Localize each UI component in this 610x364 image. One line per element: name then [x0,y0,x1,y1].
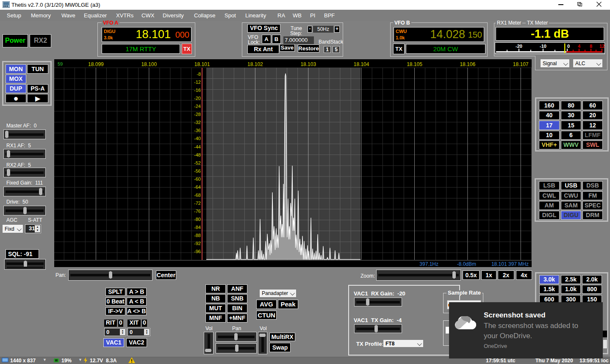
svg-text:18.101: 18.101 [194,61,210,67]
svg-text:8: 8 [590,44,592,49]
svg-text:18.099: 18.099 [88,61,104,67]
svg-text:-20: -20 [516,44,522,49]
svg-text:-76: -76 [194,209,201,214]
svg-text:18.102: 18.102 [247,61,263,67]
svg-text:-64: -64 [194,185,201,190]
svg-text:-20: -20 [194,96,201,101]
svg-text:-8.0dBm: -8.0dBm [457,261,476,267]
svg-text:-28: -28 [194,112,201,117]
svg-text:-56: -56 [194,168,201,174]
svg-text:-68: -68 [194,193,201,198]
svg-text:12: 12 [599,44,604,49]
svg-text:-60: -60 [194,176,201,182]
svg-text:18.104: 18.104 [354,61,369,67]
svg-text:-52: -52 [194,160,201,165]
svg-text:397.1Hz: 397.1Hz [419,261,438,267]
svg-text:-92: -92 [194,241,201,246]
svg-text:-10: -10 [540,44,546,49]
svg-text:18.105: 18.105 [407,61,422,67]
svg-text:18.101 397 MHz: 18.101 397 MHz [491,261,529,267]
svg-text:-84: -84 [194,225,201,230]
svg-text:18.100: 18.100 [141,61,157,67]
svg-text:18.103: 18.103 [300,61,316,67]
svg-text:-96: -96 [194,249,201,254]
svg-text:-16: -16 [194,88,201,93]
svg-text:-80: -80 [194,217,201,222]
svg-text:-40: -40 [194,136,201,141]
svg-text:-88: -88 [194,233,201,238]
svg-text:18.106: 18.106 [460,61,475,67]
svg-text:18.107: 18.107 [513,61,529,67]
svg-text:-72: -72 [194,201,201,206]
svg-text:-48: -48 [194,152,201,157]
svg-text:59: 59 [58,61,63,66]
svg-text:-36: -36 [194,128,201,133]
svg-text:-8: -8 [197,72,201,77]
svg-text:-12: -12 [194,80,201,85]
svg-text:-24: -24 [194,104,201,109]
svg-text:0: 0 [567,44,570,49]
svg-text:-44: -44 [194,144,201,149]
svg-text:-32: -32 [194,120,201,125]
svg-text:4: 4 [578,44,581,49]
